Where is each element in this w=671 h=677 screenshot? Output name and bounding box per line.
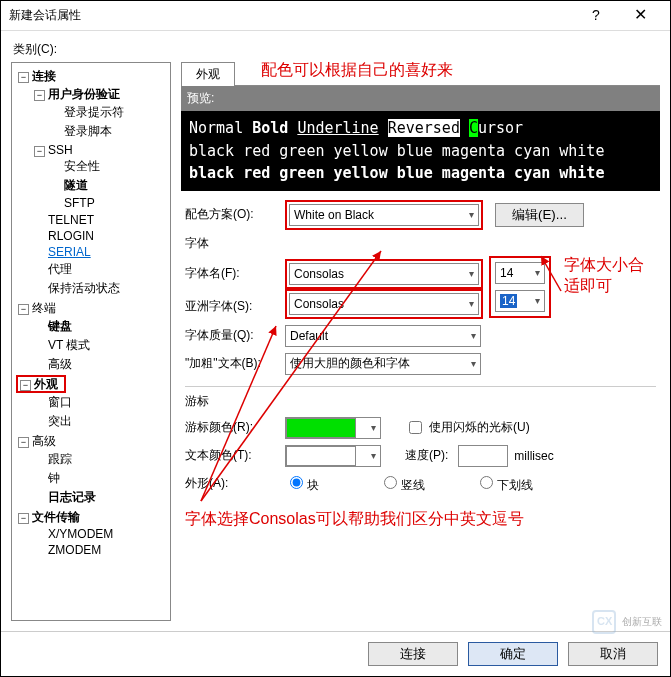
tree-login-script[interactable]: 登录脚本 [64,124,112,138]
tree-keyboard[interactable]: 键盘 [48,319,72,333]
cancel-button[interactable]: 取消 [568,642,658,666]
tree-zmodem[interactable]: ZMODEM [48,543,101,557]
ok-button[interactable]: 确定 [468,642,558,666]
tree-sftp[interactable]: SFTP [64,196,95,210]
tree-serial[interactable]: SERIAL [48,245,91,259]
annotation-top: 配色可以根据自己的喜好来 [261,62,453,81]
asian-font-size-select[interactable]: 14▾ [495,290,545,312]
font-name-select[interactable]: Consolas▾ [289,263,479,285]
text-color-label: 文本颜色(T): [185,447,285,464]
tree-auth[interactable]: 用户身份验证 [48,87,120,101]
shape-vline-radio[interactable]: 竖线 [379,473,425,494]
tree-trace[interactable]: 跟踪 [48,452,72,466]
speed-input[interactable] [458,445,508,467]
text-color-select[interactable]: ▾ [285,445,381,467]
scheme-label: 配色方案(O): [185,206,285,223]
cursor-color-label: 游标颜色(R): [185,419,285,436]
speed-unit: millisec [508,449,553,463]
bold-text-label: "加粗"文本(B): [185,355,285,372]
tree-log[interactable]: 日志记录 [48,490,96,504]
shape-uline-radio[interactable]: 下划线 [475,473,533,494]
tree-highlight[interactable]: 突出 [48,414,72,428]
tree-tunnel[interactable]: 隧道 [64,178,88,192]
quality-label: 字体质量(Q): [185,327,285,344]
tree-keepalive[interactable]: 保持活动状态 [48,281,120,295]
connect-button[interactable]: 连接 [368,642,458,666]
tree-appearance[interactable]: 外观 [34,377,58,391]
cursor-color-select[interactable]: ▾ [285,417,381,439]
cursor-group-label: 游标 [185,391,656,414]
color-scheme-select[interactable]: White on Black▾ [289,204,479,226]
tree-rlogin[interactable]: RLOGIN [48,229,94,243]
speed-label: 速度(P): [405,447,448,464]
tree-terminal[interactable]: 终端 [32,301,56,315]
blink-checkbox[interactable] [409,421,422,434]
annotation-bottom: 字体选择Consolas可以帮助我们区分中英文逗号 [185,509,656,530]
font-name-label: 字体名(F): [185,265,285,282]
tree-connection[interactable]: 连接 [32,69,56,83]
help-button[interactable]: ? [574,2,618,30]
font-group-label: 字体 [185,233,656,256]
tree-advanced[interactable]: 高级 [48,357,72,371]
asian-font-label: 亚洲字体(S): [185,298,285,315]
tab-appearance[interactable]: 外观 [181,62,235,86]
tree-proxy[interactable]: 代理 [48,262,72,276]
font-quality-select[interactable]: Default▾ [285,325,481,347]
watermark: 创新互联 [592,610,662,634]
preview-label: 预览: [181,86,660,111]
tree-security[interactable]: 安全性 [64,159,100,173]
shape-block-radio[interactable]: 块 [285,473,319,494]
shape-label: 外形(A): [185,475,285,492]
tree-advanced2[interactable]: 高级 [32,434,56,448]
tree-ssh[interactable]: SSH [48,143,73,157]
watermark-logo-icon [592,610,616,634]
blink-label: 使用闪烁的光标(U) [425,419,530,436]
category-tree[interactable]: −连接 −用户身份验证 登录提示符 登录脚本 −SSH 安全性 隧道 SFTP … [11,62,171,621]
asian-font-select[interactable]: Consolas▾ [289,293,479,315]
tree-xymodem[interactable]: X/YMODEM [48,527,113,541]
close-button[interactable]: ✕ [618,2,662,30]
edit-scheme-button[interactable]: 编辑(E)... [495,203,584,227]
window-title: 新建会话属性 [9,7,574,24]
bold-text-select[interactable]: 使用大胆的颜色和字体▾ [285,353,481,375]
tree-filetransfer[interactable]: 文件传输 [32,510,80,524]
tree-bell[interactable]: 钟 [48,471,60,485]
tree-login-prompt[interactable]: 登录提示符 [64,105,124,119]
tree-vtmode[interactable]: VT 模式 [48,338,90,352]
tree-window[interactable]: 窗口 [48,395,72,409]
font-size-select[interactable]: 14▾ [495,262,545,284]
tree-telnet[interactable]: TELNET [48,213,94,227]
category-label: 类别(C): [11,37,660,62]
preview-area: Normal Bold Underline Reversed Cursor bl… [181,111,660,191]
